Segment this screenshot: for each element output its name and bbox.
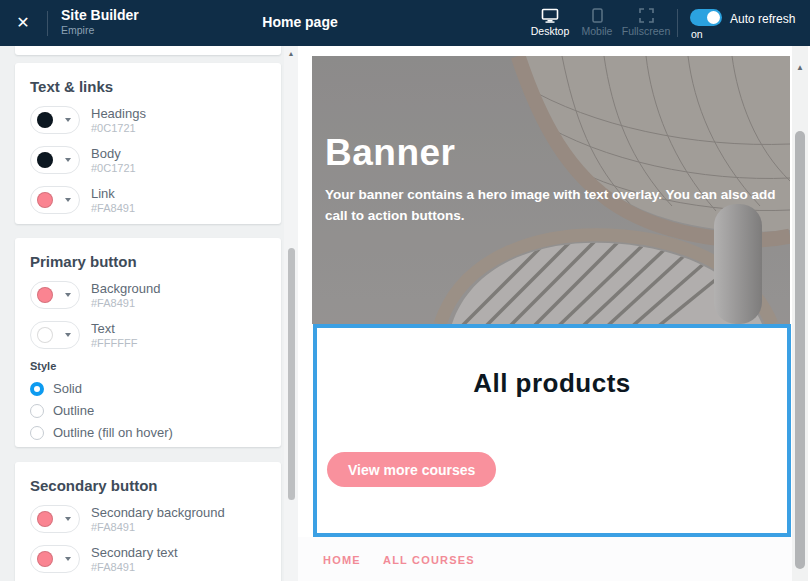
swatch-hex: #FA8491 [91, 561, 178, 574]
chevron-down-icon [65, 158, 71, 162]
fullscreen-view-button[interactable]: Fullscreen [618, 8, 674, 37]
banner-description: Your banner contains a hero image with t… [325, 184, 779, 226]
site-preview-pane: Banner Your banner contains a hero image… [298, 46, 792, 581]
color-swatch [37, 152, 53, 168]
toggle-knob [707, 11, 720, 24]
body-color-dropdown[interactable] [30, 146, 80, 174]
settings-sidebar: Text & links Headings #0C1721 Body #0C17… [0, 46, 284, 581]
scroll-up-icon[interactable]: ▲ [284, 49, 298, 59]
all-products-section-selected[interactable]: All products View more courses [313, 324, 791, 537]
secondary-text-dropdown[interactable] [30, 545, 80, 573]
secondary-background-dropdown[interactable] [30, 505, 80, 533]
chevron-down-icon [65, 293, 71, 297]
chevron-down-icon [65, 557, 71, 561]
style-option-outline-fill[interactable]: Outline (fill on hover) [30, 425, 266, 440]
swatch-label: Secondary background [91, 505, 225, 521]
desktop-icon [541, 8, 559, 23]
color-swatch [37, 287, 53, 303]
header-divider [47, 11, 48, 36]
footer-link-home[interactable]: HOME [323, 554, 361, 566]
text-links-section: Text & links Headings #0C1721 Body #0C17… [15, 63, 281, 224]
radio-label: Outline (fill on hover) [53, 425, 173, 440]
swatch-label: Text [91, 321, 137, 337]
primary-background-dropdown[interactable] [30, 281, 80, 309]
mobile-icon [592, 8, 603, 23]
chevron-down-icon [65, 517, 71, 521]
partial-card-above [15, 46, 281, 55]
section-title: Secondary button [30, 476, 266, 496]
desktop-view-button[interactable]: Desktop [525, 8, 575, 37]
radio-label: Outline [53, 403, 94, 418]
swatch-hex: #0C1721 [91, 162, 136, 175]
swatch-hex: #FA8491 [91, 521, 225, 534]
fullscreen-label: Fullscreen [618, 25, 674, 37]
secondary-background-row: Secondary background #FA8491 [30, 504, 266, 534]
style-option-outline[interactable]: Outline [30, 403, 266, 418]
chevron-down-icon [65, 333, 71, 337]
section-title: Primary button [30, 252, 266, 272]
body-color-row: Body #0C1721 [30, 145, 266, 175]
color-swatch [37, 192, 53, 208]
fullscreen-icon [639, 8, 654, 23]
color-swatch [37, 327, 53, 343]
sidebar-scrollbar-thumb[interactable] [288, 248, 295, 500]
headings-color-dropdown[interactable] [30, 106, 80, 134]
secondary-button-section: Secondary button Secondary background #F… [15, 462, 281, 581]
headings-color-row: Headings #0C1721 [30, 105, 266, 135]
link-color-row: Link #FA8491 [30, 185, 266, 215]
auto-refresh-label: Auto refresh [730, 12, 795, 26]
swatch-hex: #FFFFFF [91, 337, 137, 350]
color-swatch [37, 112, 53, 128]
sidebar-scrollbar[interactable]: ▲ [284, 46, 298, 581]
preview-scrollbar[interactable]: ▲ [792, 46, 808, 581]
swatch-hex: #FA8491 [91, 297, 160, 310]
primary-button-section: Primary button Background #FA8491 Text #… [15, 238, 281, 447]
view-more-courses-button[interactable]: View more courses [327, 452, 496, 487]
style-option-solid[interactable]: Solid [30, 381, 266, 396]
page-title: Home page [220, 14, 380, 30]
radio-selected-icon[interactable] [30, 382, 44, 396]
footer-link-all-courses[interactable]: ALL COURSES [383, 554, 475, 566]
primary-text-row: Text #FFFFFF [30, 320, 266, 350]
swatch-label: Body [91, 146, 136, 162]
swatch-hex: #FA8491 [91, 202, 135, 215]
header-divider [677, 9, 678, 37]
all-products-heading: All products [317, 368, 787, 399]
radio-icon[interactable] [30, 426, 44, 440]
swatch-hex: #0C1721 [91, 122, 146, 135]
style-label: Style [30, 360, 266, 372]
app-title-block: Site Builder Empire [61, 6, 139, 37]
color-swatch [37, 551, 53, 567]
auto-refresh-toggle[interactable] [690, 9, 722, 26]
chevron-down-icon [65, 118, 71, 122]
auto-refresh-state: on [691, 28, 703, 40]
preview-scrollbar-thumb[interactable] [795, 131, 805, 569]
primary-background-row: Background #FA8491 [30, 280, 266, 310]
secondary-text-row: Secondary text #FA8491 [30, 544, 266, 574]
primary-text-dropdown[interactable] [30, 321, 80, 349]
desktop-label: Desktop [525, 25, 575, 37]
close-icon[interactable]: ✕ [10, 11, 36, 35]
site-footer: HOME ALL COURSES [298, 537, 792, 581]
swatch-label: Background [91, 281, 160, 297]
swatch-label: Secondary text [91, 545, 178, 561]
chevron-down-icon [65, 198, 71, 202]
radio-icon[interactable] [30, 404, 44, 418]
swatch-label: Headings [91, 106, 146, 122]
app-subtitle: Empire [61, 24, 139, 37]
app-title: Site Builder [61, 6, 139, 24]
banner-hero-section[interactable]: Banner Your banner contains a hero image… [312, 56, 790, 324]
swatch-label: Link [91, 186, 135, 202]
color-swatch [37, 511, 53, 527]
mobile-label: Mobile [577, 25, 617, 37]
scroll-up-icon[interactable]: ▲ [792, 63, 808, 73]
top-bar: ✕ Site Builder Empire Home page Desktop … [0, 0, 810, 46]
banner-heading: Banner [325, 132, 455, 174]
mobile-view-button[interactable]: Mobile [577, 8, 617, 37]
link-color-dropdown[interactable] [30, 186, 80, 214]
radio-label: Solid [53, 381, 82, 396]
section-title: Text & links [30, 77, 266, 97]
